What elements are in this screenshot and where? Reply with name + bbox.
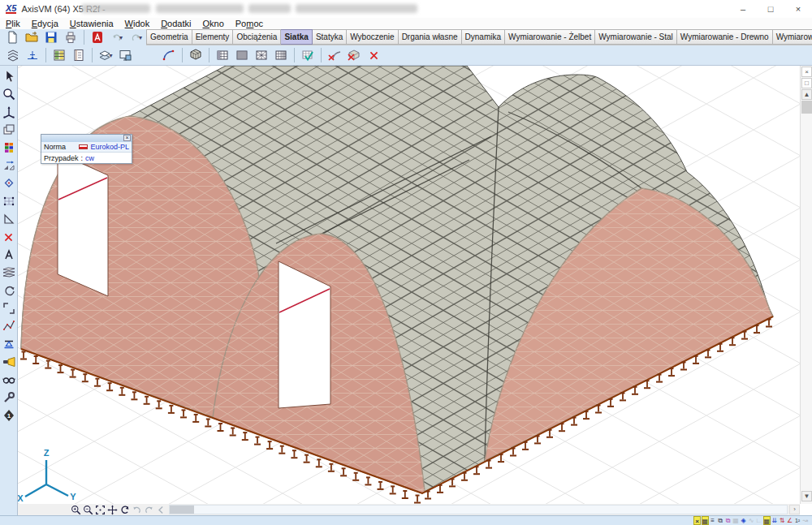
menu-widok[interactable]: Widok — [119, 18, 156, 29]
close-view-icon[interactable]: × — [801, 67, 812, 77]
views-icon[interactable] — [1, 103, 17, 121]
color-coding-icon[interactable] — [1, 139, 17, 157]
zoom-icon[interactable] — [1, 85, 17, 103]
mesh-domain-icon[interactable] — [213, 46, 232, 64]
delete-line-mesh-icon[interactable] — [325, 46, 344, 64]
mesh-cursor-toggle-icon[interactable]: ▦ — [702, 516, 709, 525]
node-snap-icon[interactable]: ◈ — [740, 516, 747, 525]
text-label-icon[interactable] — [1, 246, 17, 264]
mesh-grade-icon[interactable] — [271, 46, 291, 64]
tab-dynamika[interactable]: Dynamika — [462, 29, 505, 45]
mesh-line-elements-icon[interactable] — [186, 46, 205, 64]
undo-icon[interactable]: ▾ — [107, 28, 127, 46]
chevron-down-icon[interactable]: ▾ — [139, 34, 142, 41]
tab-wyboczenie[interactable]: Wyboczenie — [347, 29, 398, 45]
mesh-optimize-icon[interactable] — [252, 46, 271, 64]
model-info-icon[interactable] — [1, 407, 17, 424]
tab-geometria[interactable]: Geometria — [146, 29, 192, 45]
previous-view-icon[interactable] — [155, 505, 167, 515]
stories-icon[interactable] — [23, 46, 42, 64]
numbering-icon[interactable]: 1² — [794, 516, 801, 525]
new-document-icon[interactable] — [2, 28, 22, 46]
scroll-up-icon[interactable]: ▲ — [801, 89, 812, 100]
zoom-out-icon[interactable] — [82, 505, 94, 515]
mesh-refine-icon[interactable] — [232, 46, 252, 64]
tab-obciazenia[interactable]: Obciążenia — [233, 29, 281, 45]
menu-pomoc[interactable]: Pomoc — [230, 18, 269, 29]
save-drawing-icon[interactable] — [115, 46, 135, 64]
mesh-nodes-icon[interactable] — [1, 192, 17, 210]
layer-manager-icon[interactable]: ▾ — [96, 46, 115, 64]
section-lines-icon[interactable] — [1, 317, 17, 335]
tab-wymiarowanie-drewno[interactable]: Wymiarowanie - Drewno — [677, 29, 773, 45]
list-icon[interactable]: ≡ — [709, 516, 716, 525]
horizontal-scrollbar[interactable] — [169, 505, 788, 514]
door-middle[interactable] — [279, 261, 330, 408]
geometry-tools-icon[interactable] — [1, 174, 17, 192]
load-panel-icon[interactable]: ⧉ — [717, 516, 724, 525]
menu-ustawienia[interactable]: Ustawienia — [64, 18, 119, 29]
menu-okno[interactable]: Okno — [197, 18, 229, 29]
tab-wymiarowanie-stal[interactable]: Wymiarowanie - Stal — [595, 29, 677, 45]
tab-wymiarowanie-mur[interactable]: Wymiarowanie - Mur — [773, 29, 812, 45]
crosshair-toggle-icon[interactable]: × — [693, 516, 701, 525]
dimension-lines-icon[interactable] — [1, 210, 17, 228]
sections-icon[interactable] — [1, 264, 17, 282]
divide-arc-icon[interactable] — [159, 46, 179, 64]
scrollbar-thumb[interactable] — [170, 506, 194, 514]
grid-toggle-icon[interactable]: ▦ — [763, 516, 771, 525]
scroll-right-icon[interactable]: › — [789, 505, 800, 514]
load-arrows-icon[interactable]: ⇅ — [779, 516, 786, 525]
pdf-export-icon[interactable] — [88, 28, 107, 46]
options-icon[interactable] — [1, 389, 17, 407]
tab-siatka[interactable]: Siatka — [281, 29, 312, 45]
scrollbar-thumb[interactable] — [801, 101, 812, 114]
norma-value[interactable]: Eurokod-PL — [90, 143, 129, 151]
check-mesh-icon[interactable] — [298, 46, 317, 64]
redo-view-icon[interactable] — [143, 505, 155, 515]
selection-cursor-icon[interactable] — [1, 67, 17, 85]
vertical-scrollbar[interactable]: × □ ▲ ▼ — [800, 66, 812, 504]
zoom-to-fit-icon[interactable] — [94, 505, 106, 515]
menu-edycja[interactable]: Edycja — [26, 18, 64, 29]
parts-panel-icon[interactable]: ⧉ — [724, 516, 732, 525]
close-button[interactable]: × — [784, 0, 812, 18]
supports-icon[interactable] — [1, 335, 17, 353]
close-icon[interactable]: × — [123, 135, 131, 141]
chevron-down-icon[interactable]: ▾ — [109, 52, 112, 59]
save-model-icon[interactable] — [41, 28, 61, 46]
parts-icon[interactable] — [1, 299, 17, 317]
przypadek-value[interactable]: cw — [85, 154, 94, 162]
rotate-icon[interactable] — [119, 505, 131, 515]
report-maker-icon[interactable] — [69, 46, 89, 64]
angle-icon[interactable]: ∠ — [786, 516, 793, 525]
zoom-in-icon[interactable] — [70, 505, 82, 515]
minimize-button[interactable]: – — [729, 0, 757, 18]
vertical-arrows-icon[interactable]: ⇊ — [771, 516, 778, 525]
open-model-icon[interactable] — [22, 28, 41, 46]
redo-icon[interactable]: ▾ — [127, 28, 146, 46]
menu-dodatki[interactable]: Dodatki — [155, 18, 197, 29]
chevron-down-icon[interactable]: ▾ — [119, 34, 123, 41]
tab-statyka[interactable]: Statyka — [313, 29, 347, 45]
pan-icon[interactable] — [106, 505, 119, 515]
walkthrough-icon[interactable] — [1, 353, 17, 371]
delete-domain-mesh-icon[interactable] — [344, 46, 364, 64]
info-window[interactable]: × Norma Eurokod-PL Przypadek : cw — [41, 134, 132, 164]
geometric-transformations-icon[interactable] — [1, 157, 17, 174]
display-mode-icon[interactable] — [1, 121, 17, 139]
scroll-down-icon[interactable]: ▼ — [801, 491, 812, 501]
info-window-titlebar[interactable]: × — [41, 135, 132, 142]
tab-drgania-wlasne[interactable]: Drgania własne — [399, 29, 462, 45]
tables-icon[interactable] — [50, 46, 69, 64]
model-viewport[interactable]: Z X Y × Norma Eurokod-PL Przypadek : cw … — [18, 66, 800, 504]
tab-elementy[interactable]: Elementy — [192, 29, 234, 45]
delete-icon[interactable] — [1, 228, 17, 246]
tab-wymiarowanie-zelbet[interactable]: Wymiarowanie - Żelbet — [505, 29, 595, 45]
print-icon[interactable] — [61, 28, 80, 46]
layers-icon[interactable] — [3, 46, 23, 64]
restore-view-icon[interactable]: □ — [801, 78, 812, 88]
undo-view-icon[interactable] — [131, 505, 143, 515]
display-options-icon[interactable] — [1, 371, 17, 389]
door-left[interactable] — [58, 153, 108, 296]
